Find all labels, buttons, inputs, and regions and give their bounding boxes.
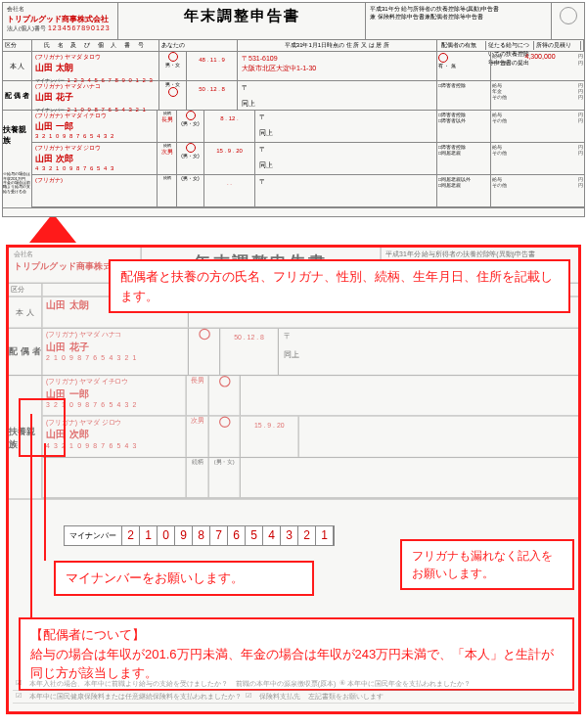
salary-amt: 4,300,000 [524, 53, 555, 60]
spouse-furigana: (フリガナ) ヤマダ ハナコ [35, 82, 156, 91]
dep3-right: □同居老親以外□同居老親 給与円その他円 [437, 175, 584, 206]
mynumber-zoom-label: マイナンバー [65, 526, 122, 545]
dep-row-2: (フリガナ) ヤマダ ジロウ 山田 次郎 4 3 2 1 0 9 8 7 6 5… [32, 143, 584, 175]
dep3-birth: . . [204, 175, 255, 206]
dep3-addr: 〒 [255, 175, 437, 206]
dep1-rel: 続柄長男 [158, 111, 177, 142]
hdr-kubun: 区分 [3, 40, 32, 51]
spouse-tag-highlight [19, 398, 66, 457]
column-headers: 区分 氏 名 及 び 個 人 番 号 あなたの 平成31年1月1日時点の 住 所… [3, 40, 584, 52]
dep1-mynum: 3 2 1 0 9 8 7 6 5 4 3 2 [35, 133, 154, 139]
hdr-name: 氏 名 及 び 個 人 番 号 [32, 40, 159, 51]
spouse-name: 山田 花子 [35, 91, 156, 104]
mynumber-zoom: マイナンバー 2 1 0 9 8 7 6 5 4 3 2 1 [64, 525, 335, 546]
company-block: 会社名 トリプルグッド商事株式会社 法人(個人)番号 1234567890123 [3, 3, 118, 39]
company-name: トリプルグッド商事株式会社 [7, 14, 113, 24]
form-header: 会社名 トリプルグッド商事株式会社 法人(個人)番号 1234567890123… [3, 3, 584, 40]
callout-line-1 [30, 414, 32, 619]
hdr-head-house: 従たる給与についての扶養控除等申告書の提出 [486, 41, 533, 50]
title-block: 年末調整申告書 [118, 3, 365, 39]
dep-row-3: (フリガナ) 続柄 (男・女) . . 〒 □同居老親以外□同居老親 給与円その… [32, 175, 584, 207]
self-zip: 〒531-6109 [242, 54, 432, 64]
dep1-gender: (男・女) [177, 111, 204, 142]
dep2-addr: 〒同上 [255, 143, 437, 174]
corp-num: 1234567890123 [48, 24, 111, 31]
hdr-stamps: あなたの [159, 40, 238, 51]
dep-rows: (フリガナ) ヤマダ イチロウ 山田 一郎 3 2 1 0 9 8 7 6 5 … [32, 111, 584, 207]
callout-furigana: フリガナも漏れなく記入をお願いします。 [400, 539, 574, 590]
dep-tag-main: 扶養親族 [3, 124, 31, 146]
callout-spouse-body: 給与の場合は年収が201.6万円未満、年金の場合は年収が243万円未満で、「本人… [30, 645, 563, 683]
dep1-addr: 〒同上 [255, 111, 437, 142]
corp-num-label: 法人(個人)番号 [7, 25, 46, 31]
company-label: 会社名 [7, 5, 113, 14]
dep1-right: □障害者控除□障害者以外 給与円その他円 [437, 111, 584, 142]
spouse-birth: 50 . 12 . 8 [187, 81, 238, 110]
gender-circle-icon [186, 143, 196, 153]
nencho-form-top: 会社名 トリプルグッド商事株式会社 法人(個人)番号 1234567890123… [2, 2, 585, 217]
other-label: その他 [492, 60, 507, 66]
dep1-birth: 8 . 12 . [204, 111, 255, 142]
form-title: 年末調整申告書 [118, 7, 365, 25]
subtitle-line2: 兼 保険料控除申告書兼配偶者控除等申告書 [370, 14, 547, 22]
spouse-address-cell: 〒 同上 [238, 81, 437, 110]
dep2-name: 山田 次郎 [35, 153, 154, 165]
self-birth: 48 . 11 . 9 [187, 52, 238, 80]
title-subtitle: 平成31年分 給与所得者の扶養控除等(異動)申告書 兼 保険料控除申告書兼配偶者… [365, 3, 551, 39]
dep-tag-note: ※給与の場合は年収201万円、年金の場合は前職より給与の支給を受ける合 [3, 172, 31, 194]
spouse-yesno: 有 ・ 無 [437, 52, 491, 80]
dep2-furigana: (フリガナ) ヤマダ ジロウ [35, 144, 154, 153]
dep3-rel: 続柄 [158, 175, 177, 206]
dep2-checks: □障害者控除□同居老親 [437, 143, 491, 174]
dep2-birth: 15 . 9 . 20 [204, 143, 255, 174]
hdr-income: 所得の見積り [534, 41, 581, 50]
spouse-tag-main: 配 偶 者 [5, 91, 29, 101]
gender-circle-icon [186, 111, 196, 120]
callout-fields: 配偶者と扶養の方の氏名、フリガナ、性別、続柄、生年月日、住所を記載します。 [109, 259, 570, 313]
zoom-panel: 会社名 トリプルグッド商事株式会社 年末調整申告書 平成31年分 給与所得者の扶… [6, 245, 581, 714]
self-address-cell: 〒531-6109 大阪市北区大淀中1-1-30 [238, 52, 437, 80]
dep1-furigana: (フリガナ) ヤマダ イチロウ [35, 112, 154, 120]
self-income: 給与4,300,000円 その他円 [491, 52, 584, 80]
self-gender: 男・女 [159, 52, 187, 80]
salary-label: 給与 [492, 53, 502, 60]
self-row: 本 人 (フリガナ) ヤマダ タロウ 山田 太朗 マイナンバー 1 2 3 4 … [3, 52, 584, 81]
self-right: 有 ・ 無 給与4,300,000円 その他円 [437, 52, 584, 80]
spouse-income: 給与円 年金円 その他円 [491, 81, 584, 110]
dep1-name: 山田 一郎 [35, 120, 154, 133]
self-furigana: (フリガナ) ヤマダ タロウ [35, 53, 156, 62]
callout-line-2 [44, 443, 46, 561]
self-address: 大阪市北区大淀中1-1-30 [242, 64, 432, 73]
dep2-gender: (男・女) [177, 143, 204, 174]
spouse-tag: 配 偶 者 [3, 81, 32, 110]
dependents-block: 扶養親族 ※給与の場合は年収201万円、年金の場合は前職より給与の支給を受ける合… [3, 111, 584, 208]
gender-circle-icon [168, 52, 178, 62]
dep2-name-cell: (フリガナ) ヤマダ ジロウ 山田 次郎 4 3 2 1 0 9 8 7 6 5… [32, 143, 158, 174]
seal-box [551, 3, 584, 39]
dep2-right: □障害者控除□同居老親 給与円その他円 [437, 143, 584, 174]
dep1-checks: □障害者控除□障害者以外 [437, 111, 491, 142]
self-name-cell: (フリガナ) ヤマダ タロウ 山田 太朗 マイナンバー 1 2 3 4 5 6 … [32, 52, 159, 80]
spouse-address: 同上 [242, 93, 432, 109]
dep1-name-cell: (フリガナ) ヤマダ イチロウ 山田 一郎 3 2 1 0 9 8 7 6 5 … [32, 111, 158, 142]
spouse-name-cell: (フリガナ) ヤマダ ハナコ 山田 花子 マイナンバー 2 1 0 9 8 7 … [32, 81, 159, 110]
self-tag: 本 人 [3, 52, 32, 80]
spouse-row: 配 偶 者 (フリガナ) ヤマダ ハナコ 山田 花子 マイナンバー 2 1 0 … [3, 81, 584, 111]
spouse-right: □障害者控除 給与円 年金円 その他円 [437, 81, 584, 110]
spouse-circle-icon [438, 53, 448, 63]
spouse-gender: 男・女 [159, 81, 187, 110]
callout-mynumber: マイナンバーをお願いします。 [54, 561, 314, 596]
gender-circle-icon [168, 87, 178, 97]
dep2-rel: 続柄次男 [158, 143, 177, 174]
callout-pointer-icon [29, 213, 76, 243]
self-name: 山田 太朗 [35, 62, 156, 74]
dep3-furigana: (フリガナ) [35, 176, 154, 185]
spouse-check: □障害者控除 [437, 81, 491, 110]
dep-tag: 扶養親族 ※給与の場合は年収201万円、年金の場合は前職より給与の支給を受ける合 [3, 111, 32, 207]
dep2-mynum: 4 3 2 1 0 9 8 7 6 5 4 3 [35, 165, 154, 171]
hdr-right: 配偶者の有無 従たる給与についての扶養控除等申告書の提出 所得の見積り [437, 40, 584, 51]
callout-spouse-title: 【配偶者について】 [30, 625, 563, 645]
seal-circle-icon [560, 7, 577, 24]
dep3-gender: (男・女) [177, 175, 204, 206]
dep-row-1: (フリガナ) ヤマダ イチロウ 山田 一郎 3 2 1 0 9 8 7 6 5 … [32, 111, 584, 143]
